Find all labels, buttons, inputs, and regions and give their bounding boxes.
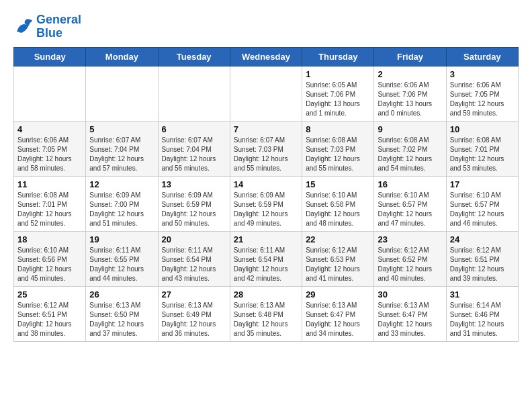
day-number: 22 [306, 234, 370, 244]
day-info: Sunrise: 6:07 AM Sunset: 7:03 PM Dayligh… [234, 136, 298, 173]
calendar-cell: 21Sunrise: 6:11 AM Sunset: 6:54 PM Dayli… [230, 231, 302, 286]
day-number: 6 [162, 124, 226, 134]
calendar-cell: 5Sunrise: 6:07 AM Sunset: 7:04 PM Daylig… [86, 121, 158, 176]
calendar-cell: 30Sunrise: 6:13 AM Sunset: 6:47 PM Dayli… [374, 286, 446, 341]
calendar-cell: 25Sunrise: 6:12 AM Sunset: 6:51 PM Dayli… [14, 286, 86, 341]
calendar-cell: 19Sunrise: 6:11 AM Sunset: 6:55 PM Dayli… [86, 231, 158, 286]
calendar-cell: 12Sunrise: 6:09 AM Sunset: 7:00 PM Dayli… [86, 176, 158, 231]
calendar-cell: 14Sunrise: 6:09 AM Sunset: 6:59 PM Dayli… [230, 176, 302, 231]
day-info: Sunrise: 6:11 AM Sunset: 6:54 PM Dayligh… [234, 246, 298, 283]
day-info: Sunrise: 6:07 AM Sunset: 7:04 PM Dayligh… [162, 136, 226, 173]
day-info: Sunrise: 6:14 AM Sunset: 6:46 PM Dayligh… [450, 301, 515, 338]
day-info: Sunrise: 6:10 AM Sunset: 6:57 PM Dayligh… [450, 191, 515, 228]
calendar-week-5: 25Sunrise: 6:12 AM Sunset: 6:51 PM Dayli… [14, 286, 519, 341]
day-number: 30 [378, 289, 442, 300]
day-number: 5 [89, 124, 154, 134]
calendar-cell: 8Sunrise: 6:08 AM Sunset: 7:03 PM Daylig… [302, 121, 374, 176]
logo: General Blue [13, 13, 81, 40]
weekday-header-friday: Friday [374, 47, 446, 66]
day-info: Sunrise: 6:11 AM Sunset: 6:54 PM Dayligh… [162, 246, 226, 283]
day-number: 14 [234, 179, 298, 189]
day-number: 17 [450, 179, 515, 189]
calendar-table: SundayMondayTuesdayWednesdayThursdayFrid… [13, 47, 519, 342]
page-header: General Blue [13, 13, 519, 40]
calendar-cell: 20Sunrise: 6:11 AM Sunset: 6:54 PM Dayli… [158, 231, 230, 286]
calendar-cell: 1Sunrise: 6:05 AM Sunset: 7:06 PM Daylig… [302, 66, 374, 121]
day-number: 13 [162, 179, 226, 189]
calendar-cell: 24Sunrise: 6:12 AM Sunset: 6:51 PM Dayli… [446, 231, 518, 286]
day-info: Sunrise: 6:08 AM Sunset: 7:02 PM Dayligh… [378, 136, 442, 173]
day-info: Sunrise: 6:13 AM Sunset: 6:47 PM Dayligh… [378, 301, 442, 338]
day-number: 8 [306, 124, 370, 134]
calendar-cell: 18Sunrise: 6:10 AM Sunset: 6:56 PM Dayli… [14, 231, 86, 286]
day-number: 1 [306, 69, 370, 79]
day-number: 15 [306, 179, 370, 189]
day-number: 25 [17, 289, 82, 300]
calendar-cell: 31Sunrise: 6:14 AM Sunset: 6:46 PM Dayli… [446, 286, 518, 341]
calendar-week-3: 11Sunrise: 6:08 AM Sunset: 7:01 PM Dayli… [14, 176, 519, 231]
calendar-cell: 4Sunrise: 6:06 AM Sunset: 7:05 PM Daylig… [14, 121, 86, 176]
calendar-cell: 7Sunrise: 6:07 AM Sunset: 7:03 PM Daylig… [230, 121, 302, 176]
calendar-cell [230, 66, 302, 121]
calendar-cell [86, 66, 158, 121]
day-number: 7 [234, 124, 298, 134]
calendar-cell: 3Sunrise: 6:06 AM Sunset: 7:05 PM Daylig… [446, 66, 518, 121]
day-number: 10 [450, 124, 515, 134]
day-info: Sunrise: 6:08 AM Sunset: 7:03 PM Dayligh… [306, 136, 370, 173]
day-info: Sunrise: 6:11 AM Sunset: 6:55 PM Dayligh… [89, 246, 154, 283]
day-number: 28 [234, 289, 298, 300]
day-number: 2 [378, 69, 442, 79]
day-number: 11 [17, 179, 82, 189]
calendar-cell: 22Sunrise: 6:12 AM Sunset: 6:53 PM Dayli… [302, 231, 374, 286]
day-number: 19 [89, 234, 154, 244]
day-info: Sunrise: 6:09 AM Sunset: 7:00 PM Dayligh… [89, 191, 154, 228]
day-number: 29 [306, 289, 370, 300]
weekday-header-sunday: Sunday [14, 47, 86, 66]
day-number: 12 [89, 179, 154, 189]
day-info: Sunrise: 6:10 AM Sunset: 6:56 PM Dayligh… [17, 246, 82, 283]
day-info: Sunrise: 6:12 AM Sunset: 6:52 PM Dayligh… [378, 246, 442, 283]
day-info: Sunrise: 6:10 AM Sunset: 6:58 PM Dayligh… [306, 191, 370, 228]
calendar-cell: 13Sunrise: 6:09 AM Sunset: 6:59 PM Dayli… [158, 176, 230, 231]
day-number: 23 [378, 234, 442, 244]
calendar-cell: 17Sunrise: 6:10 AM Sunset: 6:57 PM Dayli… [446, 176, 518, 231]
day-number: 3 [450, 69, 515, 79]
day-info: Sunrise: 6:13 AM Sunset: 6:49 PM Dayligh… [162, 301, 226, 338]
calendar-cell: 6Sunrise: 6:07 AM Sunset: 7:04 PM Daylig… [158, 121, 230, 176]
weekday-header-monday: Monday [86, 47, 158, 66]
day-number: 21 [234, 234, 298, 244]
calendar-cell: 27Sunrise: 6:13 AM Sunset: 6:49 PM Dayli… [158, 286, 230, 341]
calendar-cell: 9Sunrise: 6:08 AM Sunset: 7:02 PM Daylig… [374, 121, 446, 176]
day-info: Sunrise: 6:13 AM Sunset: 6:50 PM Dayligh… [89, 301, 154, 338]
calendar-cell: 29Sunrise: 6:13 AM Sunset: 6:47 PM Dayli… [302, 286, 374, 341]
calendar-week-1: 1Sunrise: 6:05 AM Sunset: 7:06 PM Daylig… [14, 66, 519, 121]
calendar-cell [14, 66, 86, 121]
logo-text: General Blue [36, 13, 81, 40]
day-info: Sunrise: 6:07 AM Sunset: 7:04 PM Dayligh… [89, 136, 154, 173]
calendar-cell: 10Sunrise: 6:08 AM Sunset: 7:01 PM Dayli… [446, 121, 518, 176]
weekday-header-tuesday: Tuesday [158, 47, 230, 66]
day-info: Sunrise: 6:12 AM Sunset: 6:51 PM Dayligh… [450, 246, 515, 283]
calendar-cell: 23Sunrise: 6:12 AM Sunset: 6:52 PM Dayli… [374, 231, 446, 286]
day-number: 16 [378, 179, 442, 189]
day-number: 20 [162, 234, 226, 244]
day-number: 31 [450, 289, 515, 300]
calendar-cell: 2Sunrise: 6:06 AM Sunset: 7:06 PM Daylig… [374, 66, 446, 121]
day-info: Sunrise: 6:12 AM Sunset: 6:51 PM Dayligh… [17, 301, 82, 338]
calendar-week-2: 4Sunrise: 6:06 AM Sunset: 7:05 PM Daylig… [14, 121, 519, 176]
day-info: Sunrise: 6:10 AM Sunset: 6:57 PM Dayligh… [378, 191, 442, 228]
day-info: Sunrise: 6:06 AM Sunset: 7:05 PM Dayligh… [450, 81, 515, 118]
day-info: Sunrise: 6:08 AM Sunset: 7:01 PM Dayligh… [450, 136, 515, 173]
weekday-header-row: SundayMondayTuesdayWednesdayThursdayFrid… [14, 47, 519, 66]
day-number: 4 [17, 124, 82, 134]
calendar-cell: 15Sunrise: 6:10 AM Sunset: 6:58 PM Dayli… [302, 176, 374, 231]
calendar-week-4: 18Sunrise: 6:10 AM Sunset: 6:56 PM Dayli… [14, 231, 519, 286]
calendar-cell: 16Sunrise: 6:10 AM Sunset: 6:57 PM Dayli… [374, 176, 446, 231]
day-number: 26 [89, 289, 154, 300]
calendar-cell: 26Sunrise: 6:13 AM Sunset: 6:50 PM Dayli… [86, 286, 158, 341]
day-info: Sunrise: 6:09 AM Sunset: 6:59 PM Dayligh… [234, 191, 298, 228]
day-info: Sunrise: 6:08 AM Sunset: 7:01 PM Dayligh… [17, 191, 82, 228]
weekday-header-saturday: Saturday [446, 47, 518, 66]
day-info: Sunrise: 6:13 AM Sunset: 6:47 PM Dayligh… [306, 301, 370, 338]
calendar-cell: 11Sunrise: 6:08 AM Sunset: 7:01 PM Dayli… [14, 176, 86, 231]
